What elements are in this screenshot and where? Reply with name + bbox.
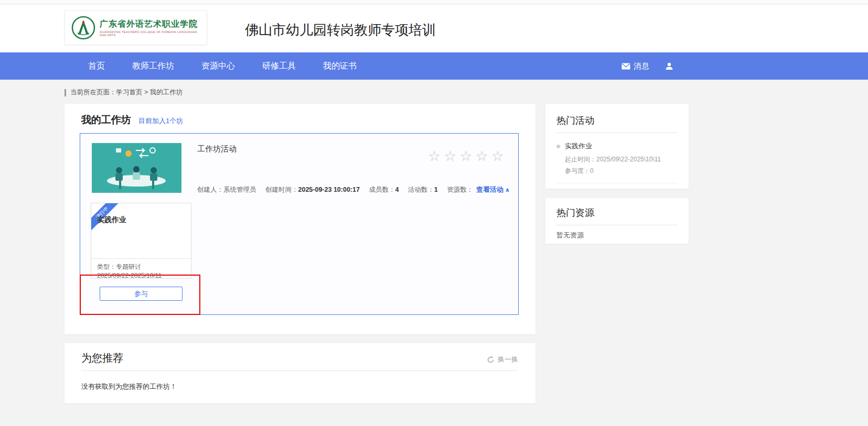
nav-items: 首页 教师工作坊 资源中心 研修工具 我的证书 <box>88 61 357 72</box>
school-logo-icon <box>71 16 95 40</box>
star-icon: ☆ <box>428 148 444 164</box>
divider <box>556 133 678 133</box>
recommend-empty-text: 没有获取到为您推荐的工作坊！ <box>81 382 177 391</box>
creator-value: 系统管理员 <box>223 186 256 193</box>
hot-activities-panel: 热门活动 实践作业 起止时间：2025/09\22-2025\10\11 参与度… <box>545 104 689 189</box>
school-name-en: GUANGDONG TEACHERS COLLEGE OF FOREIGN LA… <box>100 30 200 37</box>
envelope-icon <box>621 63 630 70</box>
main-nav: 首页 教师工作坊 资源中心 研修工具 我的证书 消息 <box>0 52 868 80</box>
star-icon: ☆ <box>476 148 491 164</box>
nav-item-tools[interactable]: 研修工具 <box>262 61 296 72</box>
created-label: 创建时间： <box>265 186 298 193</box>
workshop-thumbnail <box>92 143 181 193</box>
hot-resources-panel: 热门资源 暂无资源 <box>545 198 689 244</box>
site-header: 广东省外语艺术职业学院 GUANGDONG TEACHERS COLLEGE O… <box>0 5 868 52</box>
nav-item-resources[interactable]: 资源中心 <box>201 61 235 72</box>
school-logo[interactable]: 广东省外语艺术职业学院 GUANGDONG TEACHERS COLLEGE O… <box>65 10 207 45</box>
view-activities-link[interactable]: 查看活动∧ <box>476 185 510 194</box>
hot-activity-time: 起止时间：2025/09\22-2025\10\11 <box>565 155 678 164</box>
refresh-recommend-button[interactable]: 换一换 <box>487 355 518 364</box>
activity-card[interactable]: 进行中 实践作业 类型：专题研讨 2025/09/22-2025/10/11 <box>91 203 191 279</box>
hot-activity-item[interactable]: 实践作业 起止时间：2025/09\22-2025\10\11 参与度：0 <box>556 141 678 183</box>
hot-activities-title: 热门活动 <box>556 114 678 127</box>
hot-activity-name: 实践作业 <box>565 141 592 151</box>
my-workshops-title-row: 我的工作坊 目前加入1个坊 <box>81 113 183 127</box>
creator-label: 创建人： <box>197 186 223 193</box>
workshop-card: 工作坊活动 ☆☆☆☆☆ 创建人：系统管理员 创建时间：2025-09-23 10… <box>80 133 519 315</box>
workshop-name: 工作坊活动 <box>197 144 237 154</box>
activities-value: 1 <box>434 186 438 193</box>
rating-stars: ☆☆☆☆☆ <box>428 149 507 163</box>
joined-count-label: 目前加入1个坊 <box>138 116 183 126</box>
workshop-meta: 创建人：系统管理员 创建时间：2025-09-23 10:00:17 成员数：4… <box>197 185 473 194</box>
page: 广东省外语艺术职业学院 GUANGDONG TEACHERS COLLEGE O… <box>0 0 868 426</box>
chevron-up-icon: ∧ <box>505 187 510 193</box>
user-icon <box>665 62 673 70</box>
bullet-icon <box>556 145 560 148</box>
activity-dates: 2025/09/22-2025/10/11 <box>97 271 185 278</box>
hot-activity-participation: 参与度：0 <box>565 167 678 176</box>
school-logo-text: 广东省外语艺术职业学院 GUANGDONG TEACHERS COLLEGE O… <box>100 19 200 37</box>
activities-label: 活动数： <box>408 186 434 193</box>
my-workshops-panel: 我的工作坊 目前加入1个坊 工作坊活动 ☆☆☆☆☆ 创建人：系 <box>65 104 535 334</box>
members-label: 成员数： <box>369 186 395 193</box>
breadcrumb: 当前所在页面：学习首页 > 我的工作坊 <box>65 88 183 97</box>
created-value: 2025-09-23 10:00:17 <box>298 186 359 193</box>
refresh-label: 换一换 <box>498 355 518 364</box>
star-icon: ☆ <box>444 148 459 164</box>
activity-title: 实践作业 <box>97 215 126 225</box>
nav-item-certificates[interactable]: 我的证书 <box>323 61 357 72</box>
breadcrumb-text: 当前所在页面：学习首页 > 我的工作坊 <box>70 88 183 97</box>
hot-resources-title: 热门资源 <box>556 206 678 219</box>
school-name-cn: 广东省外语艺术职业学院 <box>100 19 200 29</box>
activity-info: 类型：专题研讨 2025/09/22-2025/10/11 <box>91 258 191 278</box>
star-icon: ☆ <box>459 148 475 164</box>
user-account-button[interactable] <box>665 62 673 70</box>
hot-resources-empty-text: 暂无资源 <box>556 231 678 240</box>
page-title: 佛山市幼儿园转岗教师专项培训 <box>245 21 436 39</box>
view-activities-label: 查看活动 <box>476 185 503 193</box>
breadcrumb-bar <box>65 89 66 96</box>
activity-type: 类型：专题研讨 <box>97 263 185 271</box>
divider <box>81 370 518 371</box>
top-divider <box>0 0 868 4</box>
nav-item-home[interactable]: 首页 <box>88 61 105 72</box>
nav-item-workshops[interactable]: 教师工作坊 <box>132 61 174 72</box>
my-workshops-title: 我的工作坊 <box>81 113 131 127</box>
messages-button[interactable]: 消息 <box>621 61 649 71</box>
recommend-title: 为您推荐 <box>81 351 123 365</box>
refresh-icon <box>487 356 495 364</box>
resources-label: 资源数： <box>447 186 473 193</box>
nav-right: 消息 <box>621 52 673 80</box>
join-button[interactable]: 参与 <box>100 287 183 301</box>
messages-label: 消息 <box>634 61 649 71</box>
members-value: 4 <box>395 186 399 193</box>
recommend-panel: 为您推荐 换一换 没有获取到为您推荐的工作坊！ <box>65 343 535 403</box>
divider <box>556 225 678 225</box>
star-icon: ☆ <box>491 148 507 164</box>
